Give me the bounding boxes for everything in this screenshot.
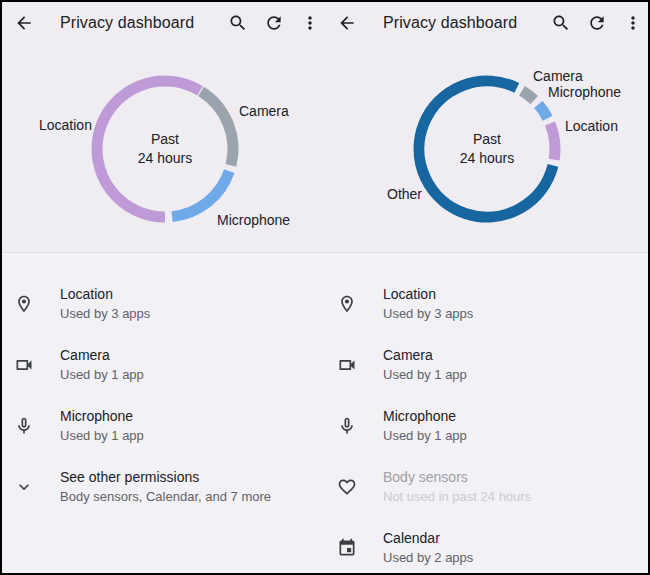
chart-section: Privacy dashboard Past 24 hours CameraMi…: [325, 2, 648, 252]
donut-segment-microphone: [172, 171, 229, 216]
screen-right: Privacy dashboard Past 24 hours CameraMi…: [325, 2, 648, 573]
calendar-icon: [337, 538, 357, 558]
permission-row-microphone[interactable]: MicrophoneUsed by 1 app: [2, 395, 325, 456]
chevron-down-icon: [14, 477, 34, 497]
chart-label-camera: Camera: [533, 69, 583, 83]
chart-center-line2: 24 hours: [460, 149, 514, 168]
camera-icon: [337, 355, 357, 375]
permission-row-location[interactable]: LocationUsed by 3 apps: [2, 273, 325, 334]
chart-label-microphone: Microphone: [548, 85, 621, 99]
permission-text: CameraUsed by 1 app: [60, 346, 144, 383]
permission-subtitle: Used by 2 apps: [383, 549, 473, 566]
permission-title: Microphone: [60, 407, 144, 425]
chart-label-location: Location: [565, 119, 618, 133]
permission-subtitle: Not used in past 24 hours: [383, 488, 531, 505]
search-icon[interactable]: [228, 13, 248, 33]
page-title: Privacy dashboard: [60, 14, 194, 32]
page-title: Privacy dashboard: [383, 14, 517, 32]
camera-icon: [14, 355, 34, 375]
permission-row-camera[interactable]: CameraUsed by 1 app: [2, 334, 325, 395]
permission-title: Location: [383, 285, 473, 303]
usage-donut-chart: Past 24 hours LocationCameraMicrophone: [2, 44, 325, 252]
permission-subtitle: Used by 1 app: [383, 366, 467, 383]
permission-list: LocationUsed by 3 appsCameraUsed by 1 ap…: [325, 253, 648, 573]
app-bar: Privacy dashboard: [2, 2, 325, 44]
privacy-dashboard-screenshot: Privacy dashboard Past 24 hours Location…: [0, 0, 650, 575]
permission-row-see-other-permissions[interactable]: See other permissionsBody sensors, Calen…: [2, 456, 325, 517]
app-bar: Privacy dashboard: [325, 2, 648, 44]
chart-center-label: Past 24 hours: [138, 130, 192, 168]
chart-label-other: Other: [387, 187, 422, 201]
chart-center-line1: Past: [138, 130, 192, 149]
chart-section: Privacy dashboard Past 24 hours Location…: [2, 2, 325, 252]
screen-left: Privacy dashboard Past 24 hours Location…: [2, 2, 325, 573]
donut-segment-location: [550, 124, 555, 160]
location-icon: [14, 294, 34, 314]
donut-segment-camera: [201, 91, 233, 165]
search-icon[interactable]: [551, 13, 571, 33]
chart-center-line2: 24 hours: [138, 149, 192, 168]
more-options-icon[interactable]: [623, 13, 643, 33]
more-options-icon[interactable]: [300, 13, 320, 33]
permission-text: Body sensorsNot used in past 24 hours: [383, 468, 531, 505]
appbar-actions: [228, 13, 320, 33]
permission-text: LocationUsed by 3 apps: [383, 285, 473, 322]
permission-title: Calendar: [383, 529, 473, 547]
chart-label-location: Location: [39, 118, 92, 132]
permission-text: MicrophoneUsed by 1 app: [383, 407, 467, 444]
permission-row-camera[interactable]: CameraUsed by 1 app: [325, 334, 648, 395]
microphone-icon: [337, 416, 357, 436]
permission-title: Camera: [60, 346, 144, 364]
permission-row-location[interactable]: LocationUsed by 3 apps: [325, 273, 648, 334]
back-icon[interactable]: [337, 13, 357, 33]
chart-label-camera: Camera: [239, 104, 289, 118]
body-sensors-icon: [337, 477, 357, 497]
permission-title: Location: [60, 285, 150, 303]
back-icon[interactable]: [14, 13, 34, 33]
appbar-actions: [551, 13, 643, 33]
permission-title: Camera: [383, 346, 467, 364]
permission-text: MicrophoneUsed by 1 app: [60, 407, 144, 444]
permission-text: LocationUsed by 3 apps: [60, 285, 150, 322]
chart-center-label: Past 24 hours: [460, 130, 514, 168]
permission-subtitle: Used by 1 app: [60, 427, 144, 444]
chart-center-line1: Past: [460, 130, 514, 149]
permission-row-body-sensors[interactable]: Body sensorsNot used in past 24 hours: [325, 456, 648, 517]
permission-subtitle: Used by 1 app: [60, 366, 144, 383]
donut-segment-microphone: [538, 104, 547, 118]
permission-subtitle: Body sensors, Calendar, and 7 more: [60, 488, 271, 505]
permission-text: CameraUsed by 1 app: [383, 346, 467, 383]
microphone-icon: [14, 416, 34, 436]
permission-row-calendar[interactable]: CalendarUsed by 2 apps: [325, 517, 648, 573]
permission-subtitle: Used by 3 apps: [383, 305, 473, 322]
donut-segment-camera: [522, 91, 534, 100]
refresh-icon[interactable]: [587, 13, 607, 33]
permission-text: See other permissionsBody sensors, Calen…: [60, 468, 271, 505]
permission-row-microphone[interactable]: MicrophoneUsed by 1 app: [325, 395, 648, 456]
permission-title: Microphone: [383, 407, 467, 425]
permission-list: LocationUsed by 3 appsCameraUsed by 1 ap…: [2, 253, 325, 573]
location-icon: [337, 294, 357, 314]
usage-donut-chart: Past 24 hours CameraMicrophoneLocationOt…: [325, 44, 648, 252]
chart-label-microphone: Microphone: [217, 213, 290, 227]
permission-title: Body sensors: [383, 468, 531, 486]
refresh-icon[interactable]: [264, 13, 284, 33]
permission-text: CalendarUsed by 2 apps: [383, 529, 473, 566]
permission-subtitle: Used by 1 app: [383, 427, 467, 444]
permission-subtitle: Used by 3 apps: [60, 305, 150, 322]
permission-title: See other permissions: [60, 468, 271, 486]
